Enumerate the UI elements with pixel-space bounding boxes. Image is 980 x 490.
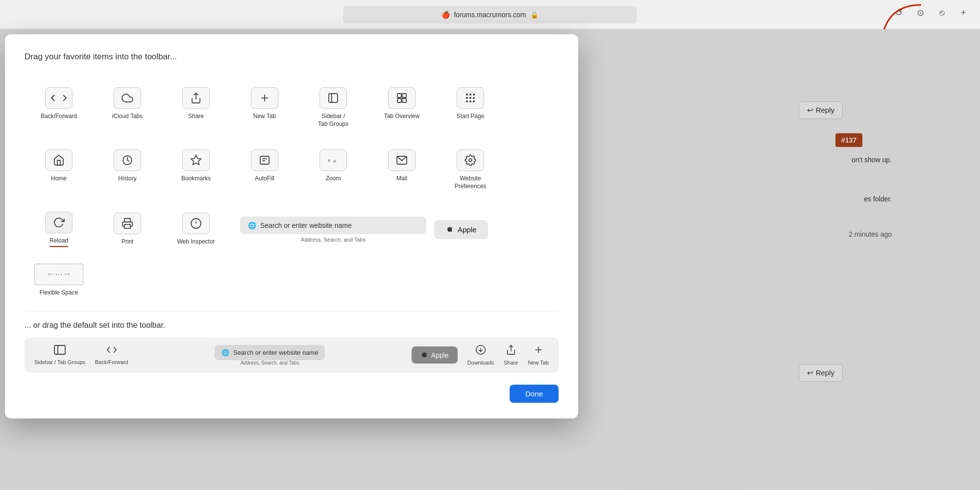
dt-apple-label: Apple xyxy=(431,351,449,359)
toolbar-item-icloud-tabs[interactable]: iCloud Tabs xyxy=(93,82,162,125)
dt-apple-icon xyxy=(420,350,428,360)
svg-marker-20 xyxy=(191,155,201,165)
back-forward-icon xyxy=(45,87,73,109)
share-browser-btn[interactable]: ⎋ xyxy=(935,6,949,20)
website-prefs-label: WebsitePreferences xyxy=(455,175,487,190)
toolbar-item-search-bar[interactable]: 🌐 Search or enter website name Address, … xyxy=(240,217,426,243)
svg-rect-7 xyxy=(402,94,406,98)
dt-sidebar[interactable]: Sidebar / Tab Groups xyxy=(34,345,85,366)
svg-rect-9 xyxy=(402,98,406,102)
new-tab-btn[interactable]: + xyxy=(956,6,970,20)
svg-text:A: A xyxy=(333,159,337,164)
search-bar-label: Search or enter website name xyxy=(260,221,352,229)
toolbar-item-reload[interactable]: Reload xyxy=(24,207,93,252)
dt-apple-btn[interactable]: Apple xyxy=(412,346,458,364)
toolbar-item-sidebar-tab-groups[interactable]: Sidebar /Tab Groups xyxy=(299,82,368,133)
dt-globe-icon: 🌐 xyxy=(221,349,229,356)
icloud-tabs-label: iCloud Tabs xyxy=(112,113,143,121)
mail-icon xyxy=(388,149,416,171)
new-tab-label: New Tab xyxy=(253,113,276,121)
download-btn[interactable]: ⊙ xyxy=(913,6,927,20)
reload-browser-btn[interactable]: ↺ xyxy=(892,6,906,20)
print-icon xyxy=(114,213,141,234)
home-icon xyxy=(45,149,73,171)
reload-icon xyxy=(45,212,73,233)
zoom-label: Zoom xyxy=(326,175,341,183)
toolbar-item-zoom[interactable]: A A Zoom xyxy=(299,145,368,188)
apple-label: Apple xyxy=(458,225,476,234)
dt-share[interactable]: Share xyxy=(504,344,518,366)
site-favicon: 🍎 xyxy=(441,11,450,19)
apple-icon xyxy=(446,225,454,234)
zoom-icon: A A xyxy=(319,149,347,171)
toolbar-item-flexible-space[interactable]: ←···→ Flexible Space xyxy=(24,264,93,297)
toolbar-item-web-inspector[interactable]: Web Inspector xyxy=(162,208,230,251)
svg-point-11 xyxy=(470,94,471,95)
back-forward-label: Back/Forward xyxy=(41,113,77,121)
web-inspector-label: Web Inspector xyxy=(177,238,215,246)
toolbar-item-tab-overview[interactable]: Tab Overview xyxy=(368,82,436,125)
dt-new-tab[interactable]: New Tab xyxy=(528,344,549,366)
svg-point-14 xyxy=(470,98,471,98)
start-page-label: Start Page xyxy=(457,113,485,121)
url-text: forums.macrumors.com xyxy=(454,11,526,19)
svg-point-10 xyxy=(466,94,467,95)
dt-new-tab-icon xyxy=(533,344,544,358)
dt-sidebar-icon xyxy=(54,345,66,357)
dt-downloads-icon xyxy=(475,344,486,358)
dt-share-label: Share xyxy=(504,360,518,366)
modal-overlay: Drag your favorite items into the toolba… xyxy=(0,29,980,490)
toolbar-item-start-page[interactable]: Start Page xyxy=(436,82,505,125)
done-btn-row: Done xyxy=(24,385,559,403)
toolbar-item-home[interactable]: Home xyxy=(24,145,93,188)
bookmarks-label: Bookmarks xyxy=(181,175,211,183)
svg-point-15 xyxy=(473,98,474,98)
flexible-space-label: Flexible Space xyxy=(40,289,78,297)
start-page-icon xyxy=(457,87,484,109)
dt-search-bar[interactable]: 🌐 Search or enter website name xyxy=(215,345,325,360)
globe-icon: 🌐 xyxy=(248,221,256,229)
dt-backforward[interactable]: Back/Forward xyxy=(95,345,128,366)
dt-search-sublabel: Address, Search, and Tabs xyxy=(241,360,299,366)
toolbar-items-row-1: Back/Forward iCloud Tabs xyxy=(24,76,559,139)
done-button[interactable]: Done xyxy=(510,385,559,403)
svg-point-17 xyxy=(470,101,471,102)
svg-rect-8 xyxy=(397,98,401,102)
website-prefs-icon xyxy=(457,149,484,171)
svg-point-16 xyxy=(466,101,467,102)
url-bar[interactable]: 🍎 forums.macrumors.com 🔒 xyxy=(343,6,637,24)
toolbar-item-share[interactable]: Share xyxy=(162,82,230,125)
dt-downloads[interactable]: Downloads xyxy=(467,344,494,366)
default-set-title: ... or drag the default set into the too… xyxy=(24,321,559,330)
dt-search-label: Search or enter website name xyxy=(233,349,318,356)
dt-downloads-label: Downloads xyxy=(467,360,494,366)
history-label: History xyxy=(118,175,136,183)
print-label: Print xyxy=(122,238,134,246)
dt-share-icon xyxy=(506,344,516,358)
svg-rect-6 xyxy=(397,94,401,98)
dt-sidebar-label: Sidebar / Tab Groups xyxy=(34,359,85,366)
toolbar-item-autofill[interactable]: AutoFill xyxy=(230,145,299,188)
toolbar-item-back-forward[interactable]: Back/Forward xyxy=(24,82,93,125)
toolbar-item-print[interactable]: Print xyxy=(93,208,162,251)
browser-chrome: 🍎 forums.macrumors.com 🔒 ↺ ⊙ ⎋ + xyxy=(0,0,980,29)
toolbar-item-website-prefs[interactable]: WebsitePreferences xyxy=(436,145,505,195)
reload-label: Reload xyxy=(49,237,68,247)
web-inspector-icon xyxy=(182,213,210,234)
toolbar-customization-panel: Drag your favorite items into the toolba… xyxy=(5,34,578,418)
svg-rect-4 xyxy=(329,94,338,102)
tab-overview-icon xyxy=(388,87,416,109)
toolbar-item-mail[interactable]: Mail xyxy=(368,145,436,188)
default-toolbar-bar: Sidebar / Tab Groups Back/Forward 🌐 Sear… xyxy=(24,338,559,373)
svg-rect-21 xyxy=(260,156,269,164)
svg-point-27 xyxy=(469,159,472,162)
toolbar-item-new-tab[interactable]: New Tab xyxy=(230,82,299,125)
svg-rect-28 xyxy=(124,224,130,228)
flexible-space-icon: ←···→ xyxy=(34,264,83,285)
toolbar-item-apple[interactable]: Apple xyxy=(434,220,488,239)
toolbar-item-history[interactable]: History xyxy=(93,145,162,188)
toolbar-items-row-4: ←···→ Flexible Space xyxy=(24,258,559,303)
bookmarks-icon xyxy=(182,149,210,171)
toolbar-item-bookmarks[interactable]: Bookmarks xyxy=(162,145,230,188)
mail-label: Mail xyxy=(396,175,407,183)
